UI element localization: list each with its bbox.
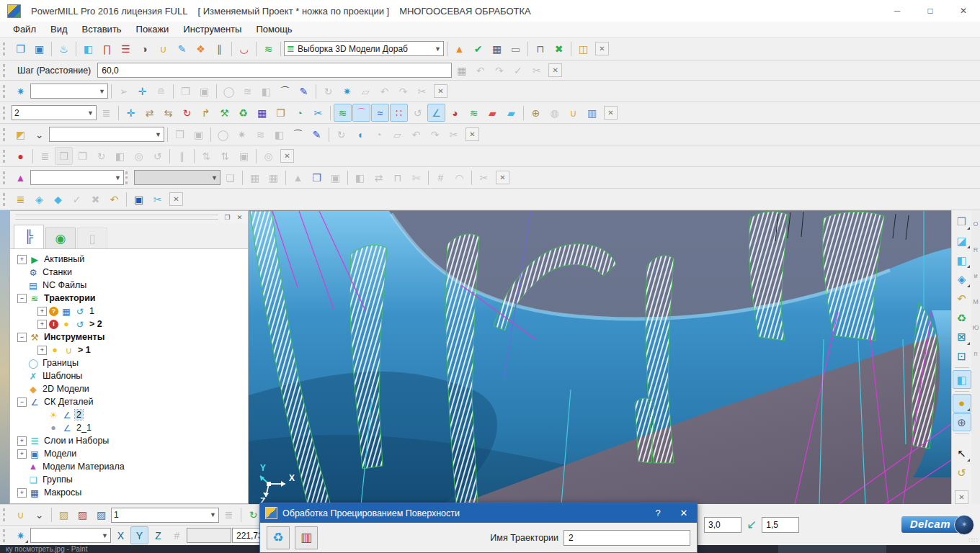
menu-help[interactable]: Помощь [249, 22, 299, 37]
stepover-undo-button[interactable]: ↶ [471, 61, 489, 79]
pattern-close[interactable]: ✕ [466, 127, 479, 141]
tree-item-boundaries[interactable]: ◯Границы [10, 356, 248, 369]
tree-expander[interactable]: + [37, 346, 47, 355]
tree-expander[interactable]: + [37, 320, 47, 329]
collision-check-button[interactable]: ◫ [574, 40, 592, 58]
block-button[interactable]: ◧ [79, 40, 97, 58]
cursor-select-button[interactable]: ↖ [953, 444, 971, 463]
pattern-undo-button[interactable]: ↶ [407, 125, 425, 143]
tool-draw2-button[interactable]: ▨ [74, 506, 92, 524]
grid-size-input[interactable] [187, 528, 231, 543]
maximize-button[interactable]: □ [914, 0, 947, 22]
tool-pair-button[interactable]: ⊓ [531, 40, 549, 58]
active-tool-icon[interactable]: ∪ [12, 506, 30, 524]
stepover-close[interactable]: ✕ [548, 63, 562, 77]
toolpath-clock2-button[interactable]: ◔ [290, 104, 308, 122]
leads-links-button[interactable]: ❖ [192, 40, 210, 58]
workplane-icon[interactable]: ✷ [12, 526, 30, 544]
toolpath-table-button[interactable]: ▦ [253, 104, 271, 122]
viewport[interactable]: X Y Z [249, 210, 951, 504]
pattern-combo[interactable]: ▼ [49, 127, 164, 142]
tab-explorer-tree[interactable]: ╠ [14, 225, 44, 248]
menu-file[interactable]: Файл [6, 22, 43, 37]
tree-item-tools[interactable]: −⚒Инструменты [10, 331, 248, 343]
stock-state-combo[interactable]: ▼ [134, 170, 220, 185]
start-points-button[interactable]: ☰ [117, 40, 135, 58]
toolpath-hold-button[interactable]: ◍ [545, 104, 564, 122]
tree-expander[interactable]: − [17, 397, 27, 407]
tree-expander[interactable]: + [17, 436, 27, 446]
tab-recycle[interactable]: ▯ [77, 228, 107, 248]
chevron-down-icon[interactable]: ▼ [210, 511, 216, 518]
simulate-step1-button[interactable]: ❒ [74, 147, 92, 165]
layers-stack-button[interactable]: ≣ [12, 190, 30, 208]
toolpath-flip-button[interactable]: ⇄ [141, 104, 159, 122]
menu-display[interactable]: Покажи [129, 22, 177, 37]
simulate-mode-button[interactable]: ❒ [55, 147, 73, 165]
tree-expander[interactable]: + [17, 255, 27, 264]
view-x-button[interactable]: X [112, 526, 130, 544]
workplane-row-grip[interactable] [3, 529, 8, 542]
boundary-transform-button[interactable]: ↻ [319, 82, 337, 100]
boundary-undo-button[interactable]: ↶ [375, 82, 393, 100]
zoom-box-button[interactable]: ⊡ [953, 347, 971, 366]
chevron-down-icon[interactable]: ▼ [435, 45, 441, 53]
menu-view[interactable]: Вид [43, 22, 75, 37]
toolpath-stack-button[interactable]: ≣ [97, 104, 115, 122]
stock-combo[interactable]: ▼ [30, 170, 124, 185]
boundary-open-button[interactable]: ❒ [177, 82, 195, 100]
pattern-chevron[interactable]: ⌄ [30, 125, 48, 143]
toolpath-recalc-button[interactable]: ✛ [122, 104, 140, 122]
stock-pyramid-button[interactable]: ▲ [289, 168, 307, 186]
stock-dome-button[interactable]: ◠ [450, 168, 468, 186]
tree-item-active[interactable]: +▶Активный [10, 253, 248, 266]
boundary-grip[interactable] [3, 85, 8, 98]
simulate-stack-button[interactable]: ≣ [36, 147, 54, 165]
tree-item-workplane-2[interactable]: ☀∠2 [10, 408, 248, 421]
pattern-cut-button[interactable]: ✂ [445, 125, 463, 143]
draw-links-button[interactable]: ≈ [371, 104, 389, 122]
layers-ok-button[interactable]: ✓ [68, 190, 86, 208]
boundary-cut-button[interactable]: ✂ [413, 82, 431, 100]
explorer-drag-handle[interactable] [15, 215, 218, 220]
tree-item-toolpath-2[interactable]: +!●↺> 2 [10, 318, 248, 331]
right-toolbar-close[interactable]: ✕ [955, 490, 968, 504]
tool-draw1-button[interactable]: ▨ [55, 506, 73, 524]
tool-row-grip[interactable] [3, 508, 8, 521]
stock-stamp-button[interactable]: ❏ [221, 168, 239, 186]
draw-toolpath-button[interactable]: ≋ [334, 104, 352, 122]
stock-cut-button[interactable]: ✂ [475, 168, 493, 186]
pattern-star-button[interactable]: ✷ [233, 125, 251, 143]
view-y-button[interactable]: Y [130, 526, 148, 544]
boundary-icon[interactable]: ✷ [12, 82, 30, 100]
toolpath-reverse-button[interactable]: ⇆ [159, 104, 177, 122]
toolpath-cut-button[interactable]: ✂ [309, 104, 327, 122]
toolpath-strategies-button[interactable]: ≋ [259, 40, 277, 58]
calculator-button[interactable]: ▦ [488, 40, 506, 58]
boundary-pencil-button[interactable]: ✎ [295, 82, 313, 100]
explorer-restore-button[interactable]: ❐ [221, 212, 233, 222]
boundary-blob-button[interactable]: ◯ [220, 82, 238, 100]
toolpath-batch-button[interactable]: ♻ [234, 104, 252, 122]
stock-box-button[interactable]: ◧ [351, 168, 369, 186]
draw-axes-button[interactable]: ∠ [427, 104, 445, 122]
resize-grip[interactable]: ∷∷ [969, 536, 979, 544]
simulate-ball-icon[interactable]: ● [12, 147, 30, 165]
ruler-button[interactable]: ▭ [507, 40, 525, 58]
view-shaded-button[interactable]: ◧ [953, 251, 971, 269]
toolpath-combo[interactable]: 2▼ [12, 105, 97, 120]
shaded-toggle-button[interactable]: ● [953, 394, 971, 413]
tree-item-machines[interactable]: ⚙Станки [10, 266, 248, 279]
verify-toolpath-button[interactable]: ✔ [469, 40, 487, 58]
tree-item-toolpath-1[interactable]: +?▦↺1 [10, 305, 248, 318]
toolpath-stats-button[interactable]: ▥ [583, 104, 601, 122]
zoom-previous-button[interactable]: ↶ [953, 289, 971, 308]
boundary-redo-button[interactable]: ↷ [394, 82, 412, 100]
tree-item-levels-sets[interactable]: +☰Слои и Наборы [10, 434, 248, 447]
tool-button[interactable]: ∪ [154, 40, 172, 58]
projection-direction-button[interactable]: ♻ [267, 526, 290, 549]
tree-expander[interactable]: + [17, 488, 27, 498]
view-solid-button[interactable]: ◈ [953, 270, 971, 289]
stock-save-button[interactable]: ▣ [326, 168, 344, 186]
tree-item-models[interactable]: +▣Модели [10, 447, 248, 460]
